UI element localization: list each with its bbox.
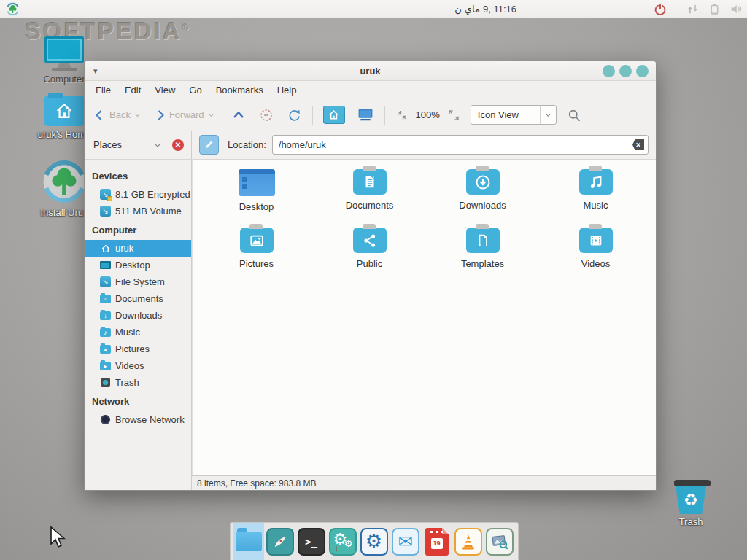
desktop: SOFTPEDIA® ن ماي 9, 11:16: [0, 0, 747, 560]
volume-icon[interactable]: [729, 3, 743, 16]
toolbar: Back Forward: [85, 99, 656, 131]
file-item-pictures[interactable]: Pictures: [200, 224, 313, 282]
sidebar-item-desktop[interactable]: Desktop: [85, 257, 191, 273]
templates-folder-icon: [466, 228, 500, 253]
dock-item-file-manager[interactable]: [233, 523, 264, 560]
dock-item-package-manager[interactable]: ⚙ ⚙ ↓: [327, 523, 358, 560]
drive-icon: ↘: [100, 189, 111, 200]
refresh-button[interactable]: [287, 107, 302, 122]
desktop-folder-icon: [239, 169, 275, 196]
file-item-downloads[interactable]: Downloads: [426, 166, 539, 224]
zoom-out-button[interactable]: [395, 109, 409, 122]
file-item-documents[interactable]: Documents: [313, 166, 426, 224]
search-button[interactable]: [567, 108, 581, 122]
sidebar-item-music[interactable]: ♪ Music: [85, 324, 191, 341]
forward-button[interactable]: Forward: [153, 109, 215, 122]
sidebar-header-network: Network: [85, 391, 191, 411]
sidebar-header-computer: Computer: [85, 219, 191, 240]
dock: >_ ⚙ ⚙ ↓ ⚙ ✉ 19: [230, 522, 519, 560]
close-sidebar-icon[interactable]: ✕: [172, 139, 184, 151]
mail-envelope-icon: ✉: [392, 528, 419, 556]
up-chevron-icon: [231, 109, 246, 122]
forward-history-chevron-icon: [207, 111, 215, 119]
sidebar-item-trash[interactable]: Trash: [85, 374, 191, 391]
zoom-in-button[interactable]: [447, 109, 460, 122]
maximize-button[interactable]: [619, 65, 632, 77]
dock-item-terminal[interactable]: >_: [295, 523, 327, 560]
dock-item-mail[interactable]: ✉: [390, 523, 421, 560]
sidebar-item-pictures[interactable]: ▴ Pictures: [85, 341, 191, 357]
sidebar-item-file-system[interactable]: ↘ File System: [85, 273, 191, 290]
back-button[interactable]: Back: [93, 109, 142, 122]
videos-folder-icon: ▸: [100, 360, 111, 371]
close-button[interactable]: [636, 65, 649, 77]
pictures-folder-icon: ▴: [100, 343, 111, 354]
pictures-folder-icon: [240, 228, 274, 253]
terminal-icon: >_: [298, 528, 325, 556]
location-input[interactable]: [272, 135, 649, 155]
documents-folder-icon: [353, 169, 387, 195]
menu-file[interactable]: File: [90, 82, 116, 98]
dock-item-calendar[interactable]: 19: [421, 523, 452, 560]
dock-item-web-browser[interactable]: [264, 523, 295, 560]
menu-view[interactable]: View: [150, 82, 180, 98]
titlebar[interactable]: ▾ uruk: [85, 61, 656, 81]
power-icon[interactable]: [654, 3, 667, 16]
location-field-wrap: ✕: [272, 135, 649, 155]
file-view[interactable]: Desktop Documents: [192, 160, 656, 475]
stop-button[interactable]: [259, 108, 274, 122]
panel-clock[interactable]: ن ماي 9, 11:16: [454, 0, 516, 18]
file-item-templates[interactable]: Templates: [426, 224, 539, 282]
minimize-button[interactable]: [603, 65, 615, 77]
home-folder-icon: [44, 96, 85, 126]
sidebar-item-volume[interactable]: ↘ 511 MB Volume: [85, 203, 191, 219]
package-manager-icon: ⚙ ⚙ ↓: [329, 528, 357, 556]
menu-go[interactable]: Go: [184, 82, 206, 98]
top-panel: ن ماي 9, 11:16: [0, 0, 747, 18]
sidebar-item-documents[interactable]: ≡ Documents: [85, 290, 191, 307]
back-history-chevron-icon: [133, 111, 142, 119]
menu-edit[interactable]: Edit: [120, 82, 146, 98]
uruk-menu-icon[interactable]: [6, 2, 20, 16]
file-item-public[interactable]: Public: [313, 224, 426, 282]
downloads-folder-icon: [466, 169, 500, 195]
desktop-button[interactable]: [357, 107, 374, 122]
sidebar-item-videos[interactable]: ▸ Videos: [85, 357, 191, 374]
zoom-in-icon: [447, 109, 460, 122]
file-item-desktop[interactable]: Desktop: [200, 166, 313, 224]
menu-help[interactable]: Help: [272, 82, 302, 98]
desktop-icon-label: Trash: [665, 516, 717, 527]
home-button[interactable]: [323, 106, 345, 124]
places-dropdown[interactable]: Places: [93, 139, 153, 150]
sidebar-item-encrypted-volume[interactable]: ↘ 8.1 GB Encrypted: [85, 186, 191, 203]
network-traffic-icon[interactable]: [686, 3, 699, 16]
sidebar-item-home[interactable]: uruk: [85, 240, 191, 257]
battery-icon[interactable]: [708, 3, 721, 16]
view-mode-select[interactable]: Icon View: [471, 105, 557, 125]
sidebar-mode-header: Places ✕: [85, 131, 192, 159]
mouse-cursor: [50, 526, 66, 548]
drive-icon: ↘: [100, 276, 111, 287]
music-folder-icon: [579, 169, 613, 195]
settings-gear-icon: ⚙: [360, 528, 388, 556]
chevron-down-icon[interactable]: [153, 141, 162, 149]
dock-item-image-viewer[interactable]: [484, 523, 515, 560]
desktop-icon-trash[interactable]: ♻ Trash: [665, 480, 717, 527]
statusbar: 8 items, Free space: 983.8 MB: [192, 475, 656, 490]
edit-location-button[interactable]: [199, 135, 219, 155]
file-item-music[interactable]: Music: [539, 166, 652, 224]
panel-tray: [654, 0, 743, 18]
zoom-level: 100%: [413, 109, 443, 120]
chevron-down-icon: [540, 106, 556, 124]
menu-bookmarks[interactable]: Bookmarks: [211, 82, 268, 98]
dock-item-settings[interactable]: ⚙: [358, 523, 390, 560]
dock-item-vlc[interactable]: [452, 523, 484, 560]
pencil-icon: [204, 139, 214, 150]
stop-icon: [259, 108, 274, 122]
sidebar-item-browse-network[interactable]: Browse Network: [85, 411, 191, 428]
file-manager-icon: [236, 532, 262, 551]
up-button[interactable]: [231, 109, 246, 122]
sidebar-item-downloads[interactable]: ↓ Downloads: [85, 307, 191, 324]
file-item-videos[interactable]: Videos: [539, 224, 652, 282]
public-folder-icon: [353, 228, 387, 253]
